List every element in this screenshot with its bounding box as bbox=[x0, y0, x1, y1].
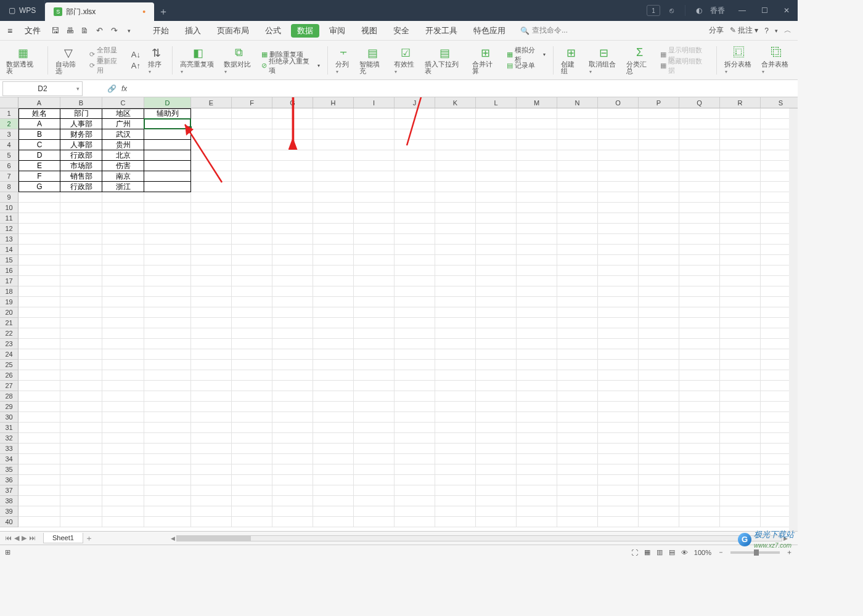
cell[interactable] bbox=[354, 224, 395, 234]
column-header[interactable]: P bbox=[639, 97, 679, 108]
cell[interactable] bbox=[639, 444, 679, 454]
cell[interactable] bbox=[720, 203, 761, 213]
cell[interactable] bbox=[435, 234, 476, 245]
group-button[interactable]: ⊞创建组 bbox=[558, 43, 584, 78]
cell[interactable] bbox=[435, 119, 476, 129]
cell[interactable] bbox=[598, 318, 639, 328]
cell[interactable] bbox=[720, 454, 761, 464]
cell[interactable] bbox=[354, 182, 395, 192]
cell[interactable] bbox=[60, 265, 102, 276]
row-header[interactable]: 6 bbox=[0, 161, 18, 171]
print-preview-icon[interactable]: 🗎 bbox=[78, 24, 91, 38]
cell[interactable] bbox=[102, 203, 144, 213]
cell[interactable] bbox=[102, 276, 144, 286]
cell[interactable] bbox=[313, 119, 354, 129]
cell[interactable] bbox=[18, 402, 60, 412]
cell[interactable] bbox=[598, 391, 639, 402]
cell[interactable] bbox=[639, 412, 679, 423]
cell[interactable] bbox=[598, 464, 639, 475]
cell[interactable] bbox=[18, 255, 60, 265]
cell[interactable] bbox=[191, 360, 232, 370]
cell[interactable] bbox=[679, 161, 720, 171]
cell[interactable] bbox=[144, 171, 191, 182]
cell[interactable]: 广州 bbox=[102, 119, 144, 129]
cell[interactable] bbox=[639, 464, 679, 475]
row-header[interactable]: 35 bbox=[0, 464, 18, 475]
cell[interactable] bbox=[598, 517, 639, 527]
row-header[interactable]: 31 bbox=[0, 423, 18, 433]
cell[interactable] bbox=[144, 402, 191, 412]
cell[interactable] bbox=[18, 318, 60, 328]
cell[interactable] bbox=[517, 213, 557, 224]
cell[interactable] bbox=[313, 161, 354, 171]
row-header[interactable]: 24 bbox=[0, 349, 18, 360]
cell[interactable] bbox=[232, 307, 272, 318]
cell[interactable] bbox=[144, 276, 191, 286]
cell[interactable] bbox=[639, 517, 679, 527]
prev-sheet-icon[interactable]: ◀ bbox=[14, 534, 19, 542]
cell[interactable] bbox=[435, 297, 476, 307]
cell[interactable] bbox=[435, 182, 476, 192]
cell[interactable] bbox=[272, 203, 313, 213]
cell[interactable] bbox=[639, 339, 679, 349]
cell[interactable] bbox=[395, 423, 435, 433]
cell[interactable] bbox=[313, 245, 354, 255]
cell[interactable] bbox=[476, 360, 517, 370]
cell[interactable] bbox=[102, 328, 144, 339]
cell[interactable] bbox=[354, 485, 395, 496]
cell[interactable] bbox=[272, 297, 313, 307]
cell[interactable] bbox=[720, 349, 761, 360]
cell[interactable] bbox=[232, 213, 272, 224]
cell[interactable] bbox=[395, 485, 435, 496]
cell[interactable] bbox=[102, 213, 144, 224]
cell[interactable] bbox=[272, 360, 313, 370]
cell[interactable] bbox=[476, 517, 517, 527]
cell[interactable] bbox=[395, 213, 435, 224]
cell[interactable] bbox=[144, 213, 191, 224]
cell[interactable] bbox=[232, 108, 272, 119]
cell[interactable]: 行政部 bbox=[60, 150, 102, 161]
cell[interactable] bbox=[476, 370, 517, 381]
cell[interactable] bbox=[60, 307, 102, 318]
cell[interactable] bbox=[191, 381, 232, 391]
cell[interactable] bbox=[144, 391, 191, 402]
cell[interactable] bbox=[557, 360, 598, 370]
cell[interactable] bbox=[720, 255, 761, 265]
smart-fill-button[interactable]: ▤智能填充 bbox=[357, 43, 389, 78]
cell[interactable] bbox=[18, 234, 60, 245]
cell[interactable] bbox=[435, 213, 476, 224]
cell[interactable] bbox=[354, 370, 395, 381]
column-header[interactable]: F bbox=[232, 97, 272, 108]
cell[interactable] bbox=[435, 328, 476, 339]
cell[interactable] bbox=[272, 161, 313, 171]
cell[interactable] bbox=[232, 161, 272, 171]
cell[interactable] bbox=[144, 140, 191, 150]
cell[interactable] bbox=[272, 349, 313, 360]
cell[interactable] bbox=[232, 265, 272, 276]
cell[interactable] bbox=[102, 423, 144, 433]
row-header[interactable]: 3 bbox=[0, 129, 18, 140]
namebox-dropdown-icon[interactable]: ▾ bbox=[76, 86, 80, 92]
cell[interactable] bbox=[18, 433, 60, 444]
cell[interactable] bbox=[639, 245, 679, 255]
scroll-right-icon[interactable]: ▶ bbox=[782, 535, 789, 541]
cell[interactable] bbox=[144, 182, 191, 192]
cell[interactable] bbox=[102, 517, 144, 527]
cell[interactable] bbox=[435, 475, 476, 485]
cell[interactable] bbox=[720, 129, 761, 140]
cell[interactable] bbox=[313, 192, 354, 203]
scroll-left-icon[interactable]: ◀ bbox=[170, 535, 176, 541]
cell[interactable] bbox=[720, 444, 761, 454]
cell[interactable] bbox=[102, 496, 144, 506]
cell[interactable]: 武汉 bbox=[102, 129, 144, 140]
skin-icon[interactable]: ⎋ bbox=[660, 0, 682, 21]
cell[interactable] bbox=[639, 213, 679, 224]
cell[interactable]: A bbox=[18, 119, 60, 129]
cell[interactable]: 北京 bbox=[102, 150, 144, 161]
cell[interactable] bbox=[60, 255, 102, 265]
cell[interactable] bbox=[313, 328, 354, 339]
cell[interactable] bbox=[720, 412, 761, 423]
cell[interactable] bbox=[313, 475, 354, 485]
cell[interactable] bbox=[476, 297, 517, 307]
select-all-corner[interactable] bbox=[0, 97, 18, 108]
